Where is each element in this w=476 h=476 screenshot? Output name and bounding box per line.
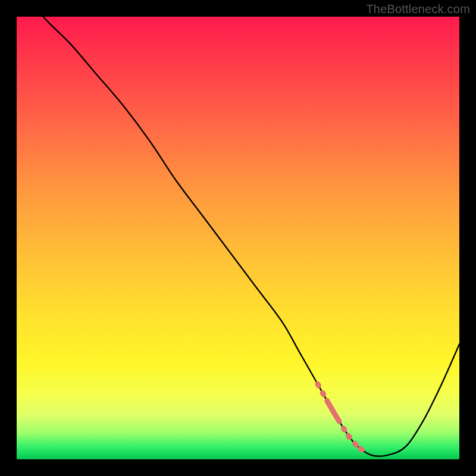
chart-stage: TheBottleneck.com	[0, 0, 476, 476]
watermark-text: TheBottleneck.com	[366, 2, 470, 16]
plot-area	[17, 17, 459, 459]
bottleneck-curve	[17, 17, 459, 459]
